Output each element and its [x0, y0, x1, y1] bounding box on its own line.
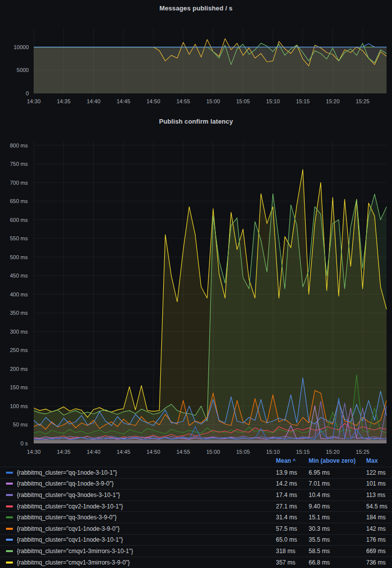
- y-tick-label: 450 ms: [10, 273, 28, 279]
- min-value: 66.8 ms: [309, 559, 366, 566]
- x-tick-label: 15:20: [326, 98, 340, 104]
- x-tick-label: 14:55: [177, 449, 191, 455]
- series-label: {rabbitmq_cluster="qq-1node-3-9-0"}: [17, 480, 114, 487]
- x-tick-label: 14:50: [146, 98, 160, 104]
- y-tick-label: 600 ms: [10, 217, 28, 223]
- x-tick-label: 15:00: [206, 449, 220, 455]
- min-value: 58.5 ms: [309, 548, 366, 555]
- x-tick-label: 14:30: [27, 98, 41, 104]
- series-color-swatch[interactable]: [6, 528, 13, 530]
- series-label: {rabbitmq_cluster="qq-3nodes-3-9-0"}: [17, 514, 117, 521]
- x-tick-label: 14:45: [117, 449, 131, 455]
- series-label-cell[interactable]: {rabbitmq_cluster="qq-1node-3-10-1"}: [6, 469, 276, 476]
- legend-table: Mean ^ Min (above zero) Max {rabbitmq_cl…: [0, 455, 392, 568]
- y-tick-label: 5000: [17, 67, 29, 73]
- legend-row[interactable]: {rabbitmq_cluster="cqv2-1node-3-10-1"}27…: [0, 500, 392, 512]
- legend-row[interactable]: {rabbitmq_cluster="qq-3nodes-3-10-1"}17.…: [0, 489, 392, 500]
- series-color-swatch[interactable]: [6, 472, 13, 474]
- mean-value: 65.0 ms: [276, 536, 309, 543]
- series-label-cell[interactable]: {rabbitmq_cluster="cqv1-1node-3-9-0"}: [6, 525, 276, 532]
- mean-header-label: Mean: [276, 457, 291, 464]
- y-tick-label: 800 ms: [10, 142, 28, 148]
- x-tick-label: 15:05: [236, 98, 250, 104]
- y-tick-label: 300 ms: [10, 329, 28, 335]
- series-label-cell[interactable]: {rabbitmq_cluster="cmqv1-3mirrors-3-9-0"…: [6, 559, 276, 566]
- mean-value: 13.9 ms: [276, 469, 309, 476]
- publish-confirm-latency-chart[interactable]: 0 s50 ms100 ms150 ms200 ms250 ms300 ms35…: [0, 114, 392, 457]
- y-tick-label: 500 ms: [10, 254, 28, 260]
- legend-row[interactable]: {rabbitmq_cluster="qq-1node-3-10-1"}13.9…: [0, 467, 392, 478]
- x-tick-label: 14:30: [27, 449, 41, 455]
- series-label: {rabbitmq_cluster="qq-3nodes-3-10-1"}: [17, 492, 120, 498]
- series-color-swatch[interactable]: [6, 550, 13, 552]
- max-value: 142 ms: [366, 525, 392, 532]
- series-color-swatch[interactable]: [6, 494, 13, 496]
- mean-value: 27.1 ms: [276, 503, 309, 510]
- max-value: 113 ms: [366, 492, 392, 498]
- max-value: 736 ms: [366, 559, 392, 566]
- series-color-swatch[interactable]: [6, 483, 13, 485]
- y-tick-label: 50 ms: [13, 422, 28, 427]
- legend-row[interactable]: {rabbitmq_cluster="cqv1-1node-3-9-0"}57.…: [0, 523, 392, 534]
- mean-value: 57.5 ms: [276, 525, 309, 532]
- panel-publish-confirm-latency: Publish confirm latency 0 s50 ms100 ms15…: [0, 114, 392, 568]
- x-tick-label: 14:50: [146, 449, 160, 455]
- mean-value: 14.2 ms: [276, 480, 309, 487]
- x-tick-label: 15:15: [296, 98, 310, 104]
- y-tick-label: 0: [26, 90, 29, 96]
- y-tick-label: 250 ms: [10, 347, 28, 353]
- legend-rows: {rabbitmq_cluster="qq-1node-3-10-1"}13.9…: [0, 467, 392, 568]
- mean-value: 31.4 ms: [276, 514, 309, 521]
- min-value: 9.40 ms: [309, 503, 366, 510]
- series-area-cmqv1-3mirrors-3-10-1: [34, 43, 387, 93]
- x-tick-label: 15:10: [266, 449, 280, 455]
- y-tick-label: 650 ms: [10, 198, 28, 204]
- legend-header-max[interactable]: Max: [366, 457, 392, 464]
- series-label: {rabbitmq_cluster="cqv1-1node-3-10-1"}: [17, 536, 123, 543]
- series-color-swatch[interactable]: [6, 562, 13, 564]
- x-tick-label: 15:25: [356, 98, 370, 104]
- legend-row[interactable]: {rabbitmq_cluster="cmqv1-3mirrors-3-10-1…: [0, 545, 392, 557]
- series-color-swatch[interactable]: [6, 505, 13, 507]
- series-label-cell[interactable]: {rabbitmq_cluster="cqv1-1node-3-10-1"}: [6, 536, 276, 543]
- legend-row[interactable]: {rabbitmq_cluster="cqv1-1node-3-10-1"}65…: [0, 534, 392, 546]
- series-color-swatch[interactable]: [6, 516, 13, 518]
- y-tick-label: 0 s: [20, 440, 28, 446]
- series-label-cell[interactable]: {rabbitmq_cluster="cmqv1-3mirrors-3-10-1…: [6, 548, 276, 555]
- max-value: 54.5 ms: [366, 503, 392, 510]
- x-tick-label: 14:40: [87, 98, 101, 104]
- legend-row[interactable]: {rabbitmq_cluster="qq-1node-3-9-0"}14.2 …: [0, 478, 392, 490]
- series-label: {rabbitmq_cluster="cmqv1-3mirrors-3-9-0"…: [17, 559, 130, 566]
- x-tick-label: 15:25: [356, 449, 370, 455]
- legend-header-mean[interactable]: Mean ^: [276, 457, 309, 464]
- min-value: 6.95 ms: [309, 469, 366, 476]
- max-value: 184 ms: [366, 514, 392, 521]
- legend-header-min[interactable]: Min (above zero): [309, 457, 366, 464]
- mean-value: 318 ms: [276, 548, 309, 555]
- x-tick-label: 14:40: [87, 449, 101, 455]
- series-label-cell[interactable]: {rabbitmq_cluster="qq-3nodes-3-10-1"}: [6, 492, 276, 498]
- mean-value: 357 ms: [276, 559, 309, 566]
- x-tick-label: 15:20: [326, 449, 340, 455]
- y-tick-label: 750 ms: [10, 161, 28, 167]
- series-label: {rabbitmq_cluster="cqv2-1node-3-10-1"}: [17, 503, 123, 510]
- y-tick-label: 700 ms: [10, 180, 28, 186]
- y-tick-label: 400 ms: [10, 291, 28, 297]
- mean-value: 17.4 ms: [276, 492, 309, 498]
- series-label: {rabbitmq_cluster="cmqv1-3mirrors-3-10-1…: [17, 548, 133, 555]
- series-color-swatch[interactable]: [6, 539, 13, 541]
- min-value: 7.01 ms: [309, 480, 366, 487]
- series-label: {rabbitmq_cluster="qq-1node-3-10-1"}: [17, 469, 117, 476]
- panel-messages-published: Messages published / s 050001000014:3014…: [0, 0, 392, 114]
- messages-published-chart[interactable]: 050001000014:3014:3514:4014:4514:5014:55…: [0, 0, 392, 114]
- legend-row[interactable]: {rabbitmq_cluster="cmqv1-3mirrors-3-9-0"…: [0, 557, 392, 568]
- series-label-cell[interactable]: {rabbitmq_cluster="cqv2-1node-3-10-1"}: [6, 503, 276, 510]
- y-tick-label: 100 ms: [10, 403, 28, 409]
- legend-row[interactable]: {rabbitmq_cluster="qq-3nodes-3-9-0"}31.4…: [0, 511, 392, 523]
- series-label-cell[interactable]: {rabbitmq_cluster="qq-1node-3-9-0"}: [6, 480, 276, 487]
- grafana-dashboard: Messages published / s 050001000014:3014…: [0, 0, 392, 568]
- x-tick-label: 14:35: [57, 98, 70, 104]
- x-tick-label: 15:00: [206, 98, 220, 104]
- y-tick-label: 150 ms: [10, 384, 28, 390]
- series-label-cell[interactable]: {rabbitmq_cluster="qq-3nodes-3-9-0"}: [6, 514, 276, 521]
